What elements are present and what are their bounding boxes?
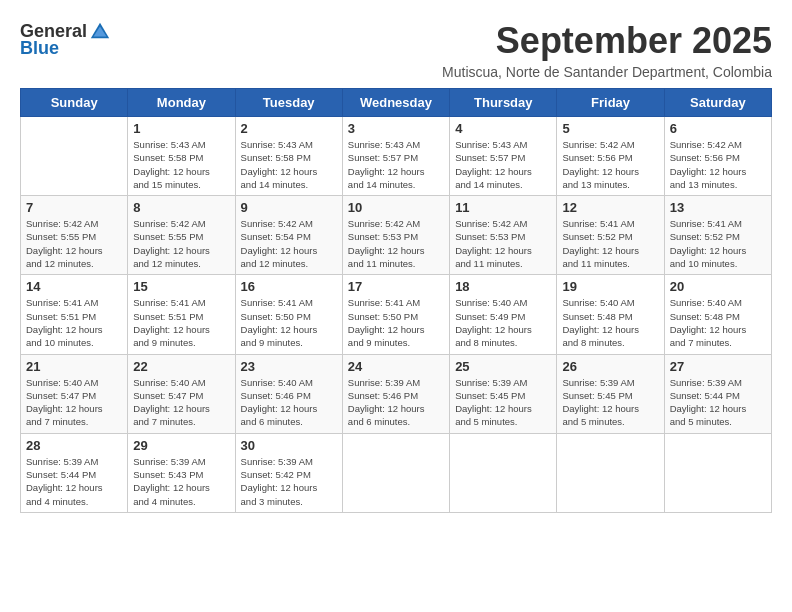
day-info: Sunrise: 5:42 AM Sunset: 5:53 PM Dayligh… [455, 217, 551, 270]
day-number: 16 [241, 279, 337, 294]
calendar-cell: 3Sunrise: 5:43 AM Sunset: 5:57 PM Daylig… [342, 117, 449, 196]
day-number: 29 [133, 438, 229, 453]
calendar-week-row: 28Sunrise: 5:39 AM Sunset: 5:44 PM Dayli… [21, 433, 772, 512]
calendar-cell: 9Sunrise: 5:42 AM Sunset: 5:54 PM Daylig… [235, 196, 342, 275]
day-info: Sunrise: 5:42 AM Sunset: 5:53 PM Dayligh… [348, 217, 444, 270]
day-info: Sunrise: 5:39 AM Sunset: 5:45 PM Dayligh… [455, 376, 551, 429]
calendar-cell: 17Sunrise: 5:41 AM Sunset: 5:50 PM Dayli… [342, 275, 449, 354]
calendar-cell: 28Sunrise: 5:39 AM Sunset: 5:44 PM Dayli… [21, 433, 128, 512]
day-number: 25 [455, 359, 551, 374]
day-number: 1 [133, 121, 229, 136]
day-info: Sunrise: 5:40 AM Sunset: 5:46 PM Dayligh… [241, 376, 337, 429]
calendar-cell: 14Sunrise: 5:41 AM Sunset: 5:51 PM Dayli… [21, 275, 128, 354]
calendar-cell: 25Sunrise: 5:39 AM Sunset: 5:45 PM Dayli… [450, 354, 557, 433]
day-number: 21 [26, 359, 122, 374]
calendar-cell [342, 433, 449, 512]
calendar-cell: 26Sunrise: 5:39 AM Sunset: 5:45 PM Dayli… [557, 354, 664, 433]
day-number: 3 [348, 121, 444, 136]
day-number: 24 [348, 359, 444, 374]
calendar-cell [664, 433, 771, 512]
day-info: Sunrise: 5:39 AM Sunset: 5:45 PM Dayligh… [562, 376, 658, 429]
title-area: September 2025 Mutiscua, Norte de Santan… [442, 20, 772, 80]
day-info: Sunrise: 5:42 AM Sunset: 5:55 PM Dayligh… [133, 217, 229, 270]
day-number: 2 [241, 121, 337, 136]
day-number: 14 [26, 279, 122, 294]
day-info: Sunrise: 5:43 AM Sunset: 5:57 PM Dayligh… [348, 138, 444, 191]
day-number: 22 [133, 359, 229, 374]
day-number: 15 [133, 279, 229, 294]
day-number: 9 [241, 200, 337, 215]
day-number: 6 [670, 121, 766, 136]
day-of-week-header: Friday [557, 89, 664, 117]
calendar-cell: 2Sunrise: 5:43 AM Sunset: 5:58 PM Daylig… [235, 117, 342, 196]
day-of-week-header: Wednesday [342, 89, 449, 117]
calendar-cell: 1Sunrise: 5:43 AM Sunset: 5:58 PM Daylig… [128, 117, 235, 196]
day-info: Sunrise: 5:43 AM Sunset: 5:58 PM Dayligh… [133, 138, 229, 191]
calendar-cell [21, 117, 128, 196]
day-info: Sunrise: 5:39 AM Sunset: 5:44 PM Dayligh… [670, 376, 766, 429]
logo-icon [89, 20, 111, 42]
calendar-table: SundayMondayTuesdayWednesdayThursdayFrid… [20, 88, 772, 513]
day-info: Sunrise: 5:42 AM Sunset: 5:54 PM Dayligh… [241, 217, 337, 270]
calendar-cell: 27Sunrise: 5:39 AM Sunset: 5:44 PM Dayli… [664, 354, 771, 433]
calendar-cell: 21Sunrise: 5:40 AM Sunset: 5:47 PM Dayli… [21, 354, 128, 433]
day-info: Sunrise: 5:43 AM Sunset: 5:58 PM Dayligh… [241, 138, 337, 191]
day-number: 28 [26, 438, 122, 453]
calendar-week-row: 14Sunrise: 5:41 AM Sunset: 5:51 PM Dayli… [21, 275, 772, 354]
calendar-cell: 10Sunrise: 5:42 AM Sunset: 5:53 PM Dayli… [342, 196, 449, 275]
calendar-cell: 23Sunrise: 5:40 AM Sunset: 5:46 PM Dayli… [235, 354, 342, 433]
calendar-cell: 16Sunrise: 5:41 AM Sunset: 5:50 PM Dayli… [235, 275, 342, 354]
day-number: 8 [133, 200, 229, 215]
subtitle: Mutiscua, Norte de Santander Department,… [442, 64, 772, 80]
day-number: 18 [455, 279, 551, 294]
day-number: 19 [562, 279, 658, 294]
calendar-cell: 20Sunrise: 5:40 AM Sunset: 5:48 PM Dayli… [664, 275, 771, 354]
logo: General Blue [20, 20, 111, 59]
calendar-cell: 24Sunrise: 5:39 AM Sunset: 5:46 PM Dayli… [342, 354, 449, 433]
calendar-week-row: 7Sunrise: 5:42 AM Sunset: 5:55 PM Daylig… [21, 196, 772, 275]
calendar-cell: 15Sunrise: 5:41 AM Sunset: 5:51 PM Dayli… [128, 275, 235, 354]
calendar-cell: 5Sunrise: 5:42 AM Sunset: 5:56 PM Daylig… [557, 117, 664, 196]
day-info: Sunrise: 5:43 AM Sunset: 5:57 PM Dayligh… [455, 138, 551, 191]
calendar-cell: 7Sunrise: 5:42 AM Sunset: 5:55 PM Daylig… [21, 196, 128, 275]
day-of-week-header: Thursday [450, 89, 557, 117]
day-number: 23 [241, 359, 337, 374]
day-info: Sunrise: 5:41 AM Sunset: 5:52 PM Dayligh… [562, 217, 658, 270]
day-info: Sunrise: 5:39 AM Sunset: 5:46 PM Dayligh… [348, 376, 444, 429]
calendar-cell: 19Sunrise: 5:40 AM Sunset: 5:48 PM Dayli… [557, 275, 664, 354]
day-info: Sunrise: 5:41 AM Sunset: 5:52 PM Dayligh… [670, 217, 766, 270]
day-info: Sunrise: 5:40 AM Sunset: 5:48 PM Dayligh… [562, 296, 658, 349]
day-info: Sunrise: 5:41 AM Sunset: 5:51 PM Dayligh… [133, 296, 229, 349]
day-info: Sunrise: 5:40 AM Sunset: 5:48 PM Dayligh… [670, 296, 766, 349]
day-number: 30 [241, 438, 337, 453]
day-info: Sunrise: 5:40 AM Sunset: 5:47 PM Dayligh… [26, 376, 122, 429]
day-of-week-header: Saturday [664, 89, 771, 117]
day-number: 12 [562, 200, 658, 215]
day-number: 4 [455, 121, 551, 136]
day-info: Sunrise: 5:41 AM Sunset: 5:50 PM Dayligh… [348, 296, 444, 349]
calendar-week-row: 21Sunrise: 5:40 AM Sunset: 5:47 PM Dayli… [21, 354, 772, 433]
calendar-header-row: SundayMondayTuesdayWednesdayThursdayFrid… [21, 89, 772, 117]
calendar-cell: 12Sunrise: 5:41 AM Sunset: 5:52 PM Dayli… [557, 196, 664, 275]
calendar-cell [557, 433, 664, 512]
calendar-cell: 22Sunrise: 5:40 AM Sunset: 5:47 PM Dayli… [128, 354, 235, 433]
calendar-cell: 11Sunrise: 5:42 AM Sunset: 5:53 PM Dayli… [450, 196, 557, 275]
calendar-cell: 8Sunrise: 5:42 AM Sunset: 5:55 PM Daylig… [128, 196, 235, 275]
day-number: 7 [26, 200, 122, 215]
day-number: 17 [348, 279, 444, 294]
logo-blue-text: Blue [20, 38, 59, 59]
day-info: Sunrise: 5:42 AM Sunset: 5:55 PM Dayligh… [26, 217, 122, 270]
day-info: Sunrise: 5:40 AM Sunset: 5:49 PM Dayligh… [455, 296, 551, 349]
day-info: Sunrise: 5:40 AM Sunset: 5:47 PM Dayligh… [133, 376, 229, 429]
day-info: Sunrise: 5:42 AM Sunset: 5:56 PM Dayligh… [670, 138, 766, 191]
day-info: Sunrise: 5:42 AM Sunset: 5:56 PM Dayligh… [562, 138, 658, 191]
day-info: Sunrise: 5:41 AM Sunset: 5:51 PM Dayligh… [26, 296, 122, 349]
day-info: Sunrise: 5:39 AM Sunset: 5:42 PM Dayligh… [241, 455, 337, 508]
day-number: 10 [348, 200, 444, 215]
day-number: 27 [670, 359, 766, 374]
day-info: Sunrise: 5:41 AM Sunset: 5:50 PM Dayligh… [241, 296, 337, 349]
day-number: 20 [670, 279, 766, 294]
calendar-cell: 4Sunrise: 5:43 AM Sunset: 5:57 PM Daylig… [450, 117, 557, 196]
calendar-cell: 29Sunrise: 5:39 AM Sunset: 5:43 PM Dayli… [128, 433, 235, 512]
calendar-cell: 13Sunrise: 5:41 AM Sunset: 5:52 PM Dayli… [664, 196, 771, 275]
